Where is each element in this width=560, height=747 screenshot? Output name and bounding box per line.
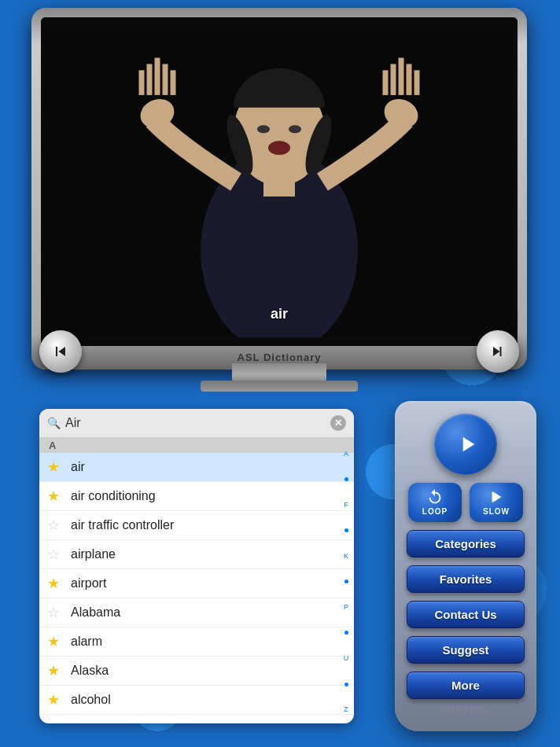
list-items-container: ★air★air conditioning☆air traffic contro… (39, 453, 354, 723)
index-letter[interactable]: A (344, 451, 348, 458)
contact-us-button[interactable]: Contact Us (407, 601, 525, 628)
item-label: alcoholic (71, 722, 346, 723)
index-dot (344, 528, 348, 532)
index-dot (344, 631, 348, 635)
index-letter[interactable]: P (344, 604, 348, 611)
search-icon: 🔍 (47, 417, 61, 429)
video-word-label: air (271, 306, 288, 322)
list-panel: 🔍 ✕ A ★air★air conditioning☆air traffic … (39, 409, 354, 723)
prev-button[interactable] (39, 330, 82, 373)
star-icon: ☆ (47, 546, 64, 563)
tv-dictionary-label: ASL Dictionary (31, 351, 527, 363)
list-item[interactable]: ☆alcoholic (39, 715, 354, 723)
item-label: Alaska (71, 664, 346, 678)
skip-back-icon (51, 342, 70, 361)
section-header-a: A (39, 438, 354, 453)
skip-forward-icon (488, 342, 507, 361)
loop-label: LOOP (422, 507, 448, 516)
item-label: airport (71, 576, 346, 591)
remote-control: LOOP SLOW Categories Favorites Contact U… (395, 401, 536, 731)
slow-label: SLOW (483, 507, 510, 516)
index-bar: AFKPUZ (340, 440, 352, 723)
categories-button[interactable]: Categories (407, 530, 525, 557)
tv-container: air ASL Dictionary (31, 8, 527, 385)
search-input[interactable] (65, 416, 326, 430)
tv-screen: air (41, 17, 518, 346)
next-button[interactable] (477, 330, 519, 373)
index-dot (344, 683, 348, 686)
index-letter[interactable]: Z (344, 706, 348, 713)
index-letter[interactable]: U (344, 655, 349, 662)
list-item[interactable]: ☆Alabama (39, 598, 354, 627)
tv-bezel: air ASL Dictionary (31, 8, 527, 370)
loop-button[interactable]: LOOP (408, 483, 462, 522)
list-item[interactable]: ☆airplane (39, 540, 354, 569)
index-dot (344, 477, 348, 481)
slow-button[interactable]: SLOW (470, 483, 523, 522)
item-label: alarm (71, 635, 346, 649)
list-item[interactable]: ★Alaska (39, 657, 354, 686)
play-icon (455, 432, 480, 457)
search-bar: 🔍 ✕ (39, 409, 354, 438)
slow-icon (488, 488, 505, 506)
suggest-button[interactable]: Suggest (407, 636, 525, 664)
star-icon: ★ (47, 488, 64, 505)
item-label: alcohol (71, 693, 346, 707)
star-icon: ☆ (47, 604, 64, 621)
list-item[interactable]: ★alcohol (39, 686, 354, 715)
item-label: air (71, 460, 346, 474)
remote-middle-row: LOOP SLOW (403, 483, 529, 522)
item-label: Alabama (71, 605, 346, 620)
list-item[interactable]: ★airport (39, 569, 354, 598)
favorites-button[interactable]: Favorites (407, 565, 525, 593)
star-icon: ★ (47, 575, 64, 592)
control-label: CONTROL (441, 707, 491, 716)
more-button[interactable]: More (407, 672, 525, 699)
star-icon: ★ (47, 662, 64, 679)
item-label: air traffic controller (71, 518, 346, 532)
search-clear-button[interactable]: ✕ (330, 415, 346, 431)
list-item[interactable]: ★air conditioning (39, 482, 354, 511)
list-item[interactable]: ★air (39, 453, 354, 482)
video-content: air (41, 17, 518, 346)
index-letter[interactable]: K (344, 553, 348, 560)
item-label: airplane (71, 547, 346, 561)
star-icon: ☆ (47, 517, 64, 534)
loop-icon (426, 488, 444, 506)
star-icon: ★ (47, 633, 64, 650)
tv-stand-base (201, 381, 358, 392)
index-letter[interactable]: F (344, 502, 348, 509)
star-icon: ★ (47, 691, 64, 708)
index-dot (344, 580, 348, 583)
list-item[interactable]: ★alarm (39, 627, 354, 657)
play-button[interactable] (434, 414, 497, 475)
item-label: air conditioning (71, 489, 346, 503)
star-icon: ★ (47, 458, 64, 476)
list-item[interactable]: ☆air traffic controller (39, 511, 354, 540)
star-icon: ☆ (47, 720, 64, 723)
